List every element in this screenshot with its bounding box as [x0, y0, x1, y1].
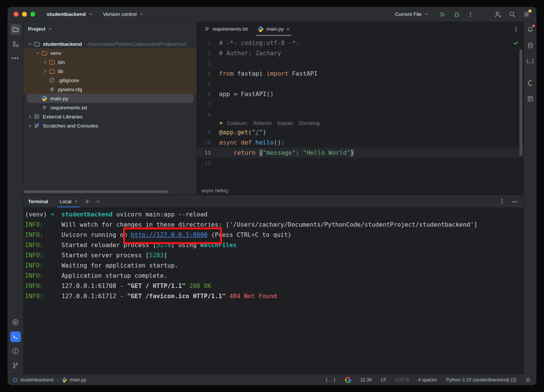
chevron-down-icon[interactable] [34, 51, 41, 56]
structure-tool-button[interactable] [10, 39, 21, 49]
run-button[interactable] [439, 11, 446, 18]
tree-item-external-libraries[interactable]: External Libraries [23, 112, 197, 121]
line-number: 4 [197, 68, 211, 79]
hide-terminal-button[interactable]: — [512, 198, 517, 205]
encoding-widget[interactable]: UTF-8 [395, 377, 409, 383]
chevron-right-icon[interactable] [27, 114, 33, 119]
python-icon [41, 95, 48, 101]
minimize-window-button[interactable] [22, 12, 27, 17]
tab-list-button[interactable] [513, 26, 519, 33]
close-icon[interactable]: × [75, 198, 78, 204]
tree-item-bin[interactable]: bin [23, 58, 197, 67]
left-tool-stripe: ••• [8, 22, 23, 374]
status-project-name[interactable]: studentbackend [20, 377, 53, 383]
text-segment: fastapi [234, 70, 267, 77]
chevron-right-icon[interactable] [27, 123, 33, 128]
project-selector[interactable]: studentbackend [44, 9, 96, 19]
python-interpreter-widget[interactable]: Python 3.10 (studentbackend) (2) [446, 377, 516, 383]
code-line-9: 9@app.get("/") [197, 127, 524, 137]
more-actions-button[interactable] [467, 11, 474, 18]
editor-tab-requirements-txt[interactable]: requirements.txt [199, 22, 253, 36]
right-tool-stripe: {…} [524, 22, 536, 374]
terminal-tab-local[interactable]: Local × [58, 195, 79, 207]
text-segment: "Hello World" [303, 149, 350, 156]
text-segment: WatchFiles [200, 241, 236, 249]
debug-button[interactable] [453, 11, 461, 18]
notifications-button[interactable] [525, 24, 536, 35]
text-segment: 5283 [149, 252, 164, 259]
tree-item-studentbackend[interactable]: studentbackend~/Documents/PythonCode/stu… [23, 39, 197, 48]
chevron-right-icon[interactable] [42, 60, 48, 65]
text-segment: / [255, 129, 259, 136]
horizontal-scrollbar[interactable] [23, 190, 169, 193]
run-configuration-selector[interactable]: Current File [392, 9, 432, 19]
chevron-right-icon[interactable] [42, 69, 48, 74]
indent-widget[interactable]: 4 spaces [418, 377, 437, 383]
code-line-6: 6app = FastAPI() [197, 89, 524, 99]
folder-orange-icon [48, 59, 55, 65]
terminal-options-button[interactable] [499, 198, 505, 205]
vcs-widget[interactable]: Version control [100, 9, 147, 19]
tree-item-label: Scratches and Consoles [43, 123, 98, 129]
lock-icon[interactable] [525, 377, 531, 383]
text-segment: ] [164, 252, 167, 259]
tree-item--gitignore[interactable]: .gitignore [23, 76, 197, 85]
tree-item-label: requirements.txt [50, 105, 87, 110]
vertical-scrollbar[interactable] [519, 49, 522, 156]
git-tool-button[interactable] [10, 360, 21, 371]
project-panel-header[interactable]: Project [23, 22, 197, 36]
text-segment: # Author: Zachary [219, 50, 281, 57]
text-segment: INFO: [25, 292, 43, 300]
git-branch-icon [12, 362, 19, 369]
close-window-button[interactable] [14, 12, 19, 17]
more-tool-windows-button[interactable]: ••• [10, 53, 21, 64]
text-segment: return [234, 149, 259, 156]
terminal-output[interactable]: (venv) ➜ studentbackend uvicorn main:app… [23, 207, 524, 374]
text-segment: from [219, 70, 234, 77]
code-editor[interactable]: 1# -*- coding:utf-8 -*-2# Author: Zachar… [197, 36, 524, 187]
settings-button[interactable] [523, 11, 530, 18]
code-style-widget[interactable]: {..} [325, 377, 336, 383]
terminal-session-dropdown[interactable] [95, 199, 100, 204]
tree-item-requirements-txt[interactable]: requirements.txt [23, 103, 197, 112]
chevron-down-icon[interactable] [27, 42, 33, 47]
google-icon[interactable] [345, 377, 351, 383]
stripe-divider [527, 72, 534, 72]
tree-item-scratches-and-consoles[interactable]: Scratches and Consoles [23, 121, 197, 130]
codeium-action-docstring[interactable]: Docstring [299, 120, 319, 127]
maximize-window-button[interactable] [30, 12, 35, 17]
terminal-tab-label: Local [59, 199, 71, 204]
tree-item-venv[interactable]: venv [23, 48, 197, 58]
tree-item-lib[interactable]: lib [23, 67, 197, 76]
breadcrumb[interactable]: async hello() [197, 187, 524, 195]
tree-item-pyvenv-cfg[interactable]: pyvenv.cfg [23, 85, 197, 94]
codeium-tool-button[interactable] [525, 78, 536, 88]
database-icon [527, 42, 534, 49]
text-segment: studentbackend [61, 211, 113, 218]
codeium-action-explain[interactable]: Explain [277, 120, 294, 127]
documentation-tool-button[interactable] [525, 93, 536, 104]
terminal-url-link[interactable]: http://127.0.0.1:8000 [131, 231, 207, 238]
codeium-action-refactor[interactable]: Refactor [253, 120, 272, 127]
tree-item-main-py[interactable]: main.py [27, 94, 194, 103]
line-number: 12 [197, 158, 211, 168]
run-tool-button[interactable] [10, 317, 21, 328]
project-tool-button[interactable] [10, 24, 21, 35]
terminal-tool-button[interactable] [10, 331, 21, 342]
text-segment: 127.0.0.1:61708 - [43, 282, 127, 289]
code-with-me-button[interactable] [494, 11, 502, 18]
new-terminal-session-button[interactable] [84, 199, 90, 204]
editor-tab-main-py[interactable]: main.py× [253, 22, 294, 36]
database-tool-button[interactable] [525, 40, 536, 51]
clock-widget[interactable]: 11:38 [360, 377, 372, 383]
search-everywhere-button[interactable] [508, 11, 516, 18]
problems-tool-button[interactable] [10, 346, 21, 356]
text-segment: uvicorn main:app --reload [113, 211, 207, 218]
code-line-3: 3 [197, 58, 524, 68]
line-number: 11 [197, 148, 211, 158]
status-file-name[interactable]: main.py [70, 377, 86, 383]
line-separator-widget[interactable]: LF [381, 377, 386, 383]
text-segment: hello [255, 139, 274, 146]
ai-assistant-tool-button[interactable]: {…} [525, 56, 536, 67]
close-icon[interactable]: × [286, 26, 290, 32]
